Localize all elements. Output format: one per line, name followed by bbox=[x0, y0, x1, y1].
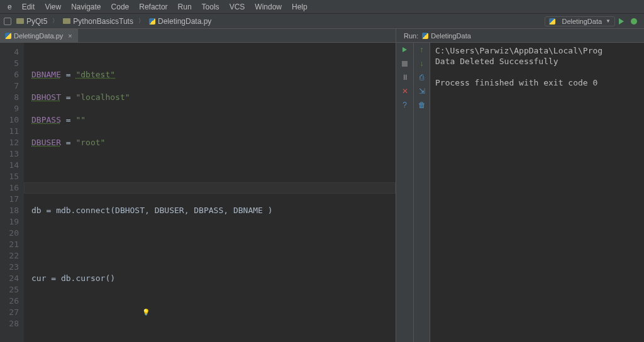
python-file-icon bbox=[549, 18, 555, 25]
editor-tab-deletingdata[interactable]: DeletingData.py × bbox=[0, 29, 78, 42]
menu-tools[interactable]: Tools bbox=[197, 1, 225, 13]
breadcrumb-item-pyqt5[interactable]: PyQt5 bbox=[14, 17, 50, 26]
stop-button[interactable] bbox=[401, 59, 409, 68]
debug-button[interactable] bbox=[629, 16, 639, 26]
menu-code[interactable]: Code bbox=[106, 1, 135, 13]
breadcrumb-label: PythonBasicsTuts bbox=[73, 17, 133, 26]
scroll-down-button[interactable]: ↓ bbox=[418, 59, 426, 68]
run-tool-window: Run: DeletingData ⏸ ✕ ? ↑ ↓ ⎙ ⇲ 🗑 C:\Use… bbox=[396, 29, 644, 342]
console-output[interactable]: C:\Users\Parwiz\AppData\Local\Prog Data … bbox=[430, 43, 644, 342]
run-button[interactable] bbox=[616, 16, 626, 26]
python-file-icon bbox=[149, 18, 155, 25]
line-number-gutter: 4567891011121314151617181920212223242526… bbox=[0, 43, 24, 342]
run-configuration-selector[interactable]: DeletingData ▼ bbox=[545, 16, 615, 26]
close-icon[interactable]: × bbox=[68, 32, 72, 40]
clear-all-button[interactable]: 🗑 bbox=[418, 101, 426, 109]
run-tool-header: Run: DeletingData bbox=[396, 29, 644, 43]
menu-run[interactable]: Run bbox=[173, 1, 197, 13]
intention-bulb-icon[interactable]: 💡 bbox=[142, 307, 150, 318]
menu-navigate[interactable]: Navigate bbox=[66, 1, 106, 13]
python-file-icon bbox=[422, 33, 428, 39]
code-area[interactable]: DBNAME = "dbtest" DBHOST = "localhost" D… bbox=[24, 43, 396, 342]
navigation-toolbar: PyQt5 〉 PythonBasicsTuts 〉 DeletingData.… bbox=[0, 14, 644, 29]
close-run-button[interactable]: ✕ bbox=[401, 87, 409, 96]
code-editor[interactable]: 4567891011121314151617181920212223242526… bbox=[0, 43, 396, 342]
editor-panel: DeletingData.py × 4567891011121314151617… bbox=[0, 29, 396, 342]
bug-icon bbox=[631, 18, 637, 25]
breadcrumb-label: PyQt5 bbox=[26, 17, 47, 26]
chevron-right-icon: 〉 bbox=[50, 17, 60, 25]
menu-edit[interactable]: Edit bbox=[17, 1, 40, 13]
export-button[interactable]: ⇲ bbox=[418, 87, 426, 96]
editor-tab-bar: DeletingData.py × bbox=[0, 29, 396, 43]
stop-icon bbox=[402, 61, 408, 67]
menu-file[interactable]: e bbox=[3, 1, 17, 13]
folder-icon bbox=[16, 18, 24, 24]
run-label: Run: bbox=[400, 32, 422, 40]
run-config-name: DeletingData bbox=[431, 32, 471, 40]
folder-icon bbox=[63, 18, 70, 24]
menu-vcs[interactable]: VCS bbox=[225, 1, 250, 13]
run-config-label: DeletingData bbox=[562, 18, 602, 25]
breadcrumb-item-file[interactable]: DeletingData.py bbox=[147, 17, 214, 26]
run-body: ⏸ ✕ ? ↑ ↓ ⎙ ⇲ 🗑 C:\Users\Parwiz\AppData\… bbox=[396, 43, 644, 342]
menu-help[interactable]: Help bbox=[287, 1, 313, 13]
soft-wrap-button[interactable]: ⎙ bbox=[418, 73, 426, 82]
help-button[interactable]: ? bbox=[401, 101, 409, 109]
python-file-icon bbox=[5, 33, 11, 39]
play-icon bbox=[619, 18, 624, 25]
play-icon bbox=[402, 47, 407, 52]
scroll-up-button[interactable]: ↑ bbox=[418, 45, 426, 54]
editor-tab-label: DeletingData.py bbox=[14, 32, 63, 40]
main-split: DeletingData.py × 4567891011121314151617… bbox=[0, 29, 644, 342]
menu-view[interactable]: View bbox=[40, 1, 66, 13]
run-actions-gutter: ⏸ ✕ ? bbox=[396, 43, 414, 342]
main-menu-bar: e Edit View Navigate Code Refactor Run T… bbox=[0, 0, 644, 14]
breadcrumb-item-pythonbasics[interactable]: PythonBasicsTuts bbox=[60, 17, 136, 26]
pause-button[interactable]: ⏸ bbox=[401, 73, 409, 82]
chevron-down-icon: ▼ bbox=[606, 18, 611, 24]
menu-refactor[interactable]: Refactor bbox=[134, 1, 172, 13]
rerun-button[interactable] bbox=[401, 45, 409, 54]
run-actions-gutter-2: ↑ ↓ ⎙ ⇲ 🗑 bbox=[414, 43, 430, 342]
project-icon[interactable] bbox=[4, 18, 11, 25]
breadcrumb-label: DeletingData.py bbox=[158, 17, 211, 26]
menu-window[interactable]: Window bbox=[250, 1, 287, 13]
chevron-right-icon: 〉 bbox=[136, 17, 147, 25]
